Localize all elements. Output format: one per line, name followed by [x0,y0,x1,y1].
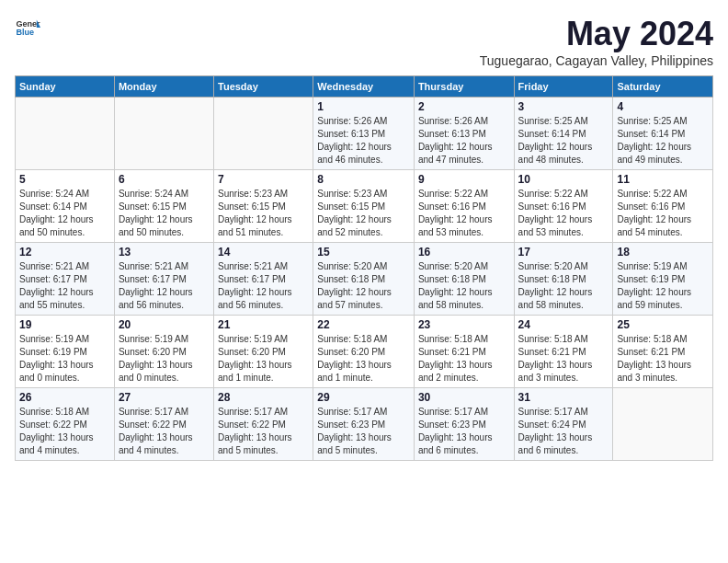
calendar-cell: 30Sunrise: 5:17 AM Sunset: 6:23 PM Dayli… [414,388,514,461]
day-info: Sunrise: 5:19 AM Sunset: 6:19 PM Dayligh… [19,333,110,385]
weekday-header: Sunday [16,76,115,98]
day-info: Sunrise: 5:21 AM Sunset: 6:17 PM Dayligh… [19,260,110,312]
day-info: Sunrise: 5:25 AM Sunset: 6:14 PM Dayligh… [617,115,709,167]
day-number: 8 [317,173,410,186]
day-info: Sunrise: 5:17 AM Sunset: 6:24 PM Dayligh… [518,406,609,457]
day-number: 30 [418,391,510,404]
day-info: Sunrise: 5:24 AM Sunset: 6:15 PM Dayligh… [119,188,210,239]
calendar-body: 1Sunrise: 5:26 AM Sunset: 6:13 PM Daylig… [16,98,713,461]
day-number: 26 [19,391,110,404]
day-info: Sunrise: 5:20 AM Sunset: 6:18 PM Dayligh… [317,260,410,312]
day-number: 21 [218,318,309,331]
day-number: 5 [19,173,110,186]
svg-text:Blue: Blue [16,28,34,37]
calendar-cell: 23Sunrise: 5:18 AM Sunset: 6:21 PM Dayli… [414,316,514,388]
day-number: 23 [418,318,510,331]
calendar-row: 1Sunrise: 5:26 AM Sunset: 6:13 PM Daylig… [16,98,713,170]
month-year: May 2024 [480,15,713,53]
calendar-cell: 27Sunrise: 5:17 AM Sunset: 6:22 PM Dayli… [114,388,213,461]
day-number: 2 [418,100,510,113]
day-number: 27 [119,391,210,404]
calendar-cell: 10Sunrise: 5:22 AM Sunset: 6:16 PM Dayli… [514,170,613,243]
calendar-cell: 11Sunrise: 5:22 AM Sunset: 6:16 PM Dayli… [613,170,713,243]
calendar-cell: 9Sunrise: 5:22 AM Sunset: 6:16 PM Daylig… [414,170,514,243]
calendar-cell: 22Sunrise: 5:18 AM Sunset: 6:20 PM Dayli… [313,316,415,388]
calendar-header: SundayMondayTuesdayWednesdayThursdayFrid… [16,76,713,98]
day-info: Sunrise: 5:17 AM Sunset: 6:22 PM Dayligh… [218,406,309,457]
calendar-row: 12Sunrise: 5:21 AM Sunset: 6:17 PM Dayli… [16,243,713,316]
day-number: 10 [518,173,609,186]
day-info: Sunrise: 5:19 AM Sunset: 6:20 PM Dayligh… [218,333,309,385]
day-number: 17 [518,246,609,259]
day-info: Sunrise: 5:25 AM Sunset: 6:14 PM Dayligh… [518,115,609,167]
calendar-cell: 2Sunrise: 5:26 AM Sunset: 6:13 PM Daylig… [414,98,514,170]
day-number: 18 [617,246,709,259]
day-info: Sunrise: 5:20 AM Sunset: 6:18 PM Dayligh… [418,260,510,312]
day-number: 11 [617,173,709,186]
calendar-cell: 31Sunrise: 5:17 AM Sunset: 6:24 PM Dayli… [514,388,613,461]
day-number: 13 [119,246,210,259]
calendar-cell [114,98,213,170]
day-info: Sunrise: 5:21 AM Sunset: 6:17 PM Dayligh… [218,260,309,312]
day-number: 9 [418,173,510,186]
day-info: Sunrise: 5:18 AM Sunset: 6:22 PM Dayligh… [19,406,110,457]
calendar-cell: 14Sunrise: 5:21 AM Sunset: 6:17 PM Dayli… [214,243,313,316]
weekday-header: Tuesday [214,76,313,98]
day-number: 15 [317,246,410,259]
day-number: 12 [19,246,110,259]
calendar-cell: 4Sunrise: 5:25 AM Sunset: 6:14 PM Daylig… [613,98,713,170]
calendar-table: SundayMondayTuesdayWednesdayThursdayFrid… [15,75,713,461]
day-number: 7 [218,173,309,186]
day-info: Sunrise: 5:18 AM Sunset: 6:20 PM Dayligh… [317,333,410,385]
day-info: Sunrise: 5:21 AM Sunset: 6:17 PM Dayligh… [119,260,210,312]
calendar-cell: 12Sunrise: 5:21 AM Sunset: 6:17 PM Dayli… [16,243,115,316]
calendar-cell: 21Sunrise: 5:19 AM Sunset: 6:20 PM Dayli… [214,316,313,388]
calendar-cell: 24Sunrise: 5:18 AM Sunset: 6:21 PM Dayli… [514,316,613,388]
calendar-row: 5Sunrise: 5:24 AM Sunset: 6:14 PM Daylig… [16,170,713,243]
day-info: Sunrise: 5:18 AM Sunset: 6:21 PM Dayligh… [418,333,510,385]
calendar-cell: 29Sunrise: 5:17 AM Sunset: 6:23 PM Dayli… [313,388,415,461]
day-info: Sunrise: 5:20 AM Sunset: 6:18 PM Dayligh… [518,260,609,312]
calendar-row: 26Sunrise: 5:18 AM Sunset: 6:22 PM Dayli… [16,388,713,461]
day-info: Sunrise: 5:26 AM Sunset: 6:13 PM Dayligh… [317,115,410,167]
calendar-cell: 8Sunrise: 5:23 AM Sunset: 6:15 PM Daylig… [313,170,415,243]
day-info: Sunrise: 5:17 AM Sunset: 6:22 PM Dayligh… [119,406,210,457]
day-number: 29 [317,391,410,404]
day-number: 1 [317,100,410,113]
calendar-cell [214,98,313,170]
day-number: 24 [518,318,609,331]
calendar-cell: 16Sunrise: 5:20 AM Sunset: 6:18 PM Dayli… [414,243,514,316]
weekday-header: Wednesday [313,76,415,98]
weekday-header: Saturday [613,76,713,98]
day-number: 22 [317,318,410,331]
weekday-header: Monday [114,76,213,98]
calendar-cell: 1Sunrise: 5:26 AM Sunset: 6:13 PM Daylig… [313,98,415,170]
day-info: Sunrise: 5:18 AM Sunset: 6:21 PM Dayligh… [617,333,709,385]
calendar-cell: 20Sunrise: 5:19 AM Sunset: 6:20 PM Dayli… [114,316,213,388]
calendar-cell: 15Sunrise: 5:20 AM Sunset: 6:18 PM Dayli… [313,243,415,316]
location: Tuguegarao, Cagayan Valley, Philippines [480,53,713,68]
calendar-cell: 26Sunrise: 5:18 AM Sunset: 6:22 PM Dayli… [16,388,115,461]
calendar-cell: 18Sunrise: 5:19 AM Sunset: 6:19 PM Dayli… [613,243,713,316]
day-info: Sunrise: 5:24 AM Sunset: 6:14 PM Dayligh… [19,188,110,239]
logo-icon: General Blue [15,15,40,40]
calendar-cell: 13Sunrise: 5:21 AM Sunset: 6:17 PM Dayli… [114,243,213,316]
weekday-header: Thursday [414,76,514,98]
calendar-row: 19Sunrise: 5:19 AM Sunset: 6:19 PM Dayli… [16,316,713,388]
day-number: 25 [617,318,709,331]
calendar-cell: 3Sunrise: 5:25 AM Sunset: 6:14 PM Daylig… [514,98,613,170]
day-number: 6 [119,173,210,186]
calendar-cell: 5Sunrise: 5:24 AM Sunset: 6:14 PM Daylig… [16,170,115,243]
page-header: General Blue May 2024 Tuguegarao, Cagaya… [15,15,713,68]
day-info: Sunrise: 5:23 AM Sunset: 6:15 PM Dayligh… [317,188,410,239]
calendar-cell: 6Sunrise: 5:24 AM Sunset: 6:15 PM Daylig… [114,170,213,243]
day-info: Sunrise: 5:19 AM Sunset: 6:20 PM Dayligh… [119,333,210,385]
day-info: Sunrise: 5:26 AM Sunset: 6:13 PM Dayligh… [418,115,510,167]
calendar-cell [613,388,713,461]
title-block: May 2024 Tuguegarao, Cagayan Valley, Phi… [480,15,713,68]
calendar-cell: 25Sunrise: 5:18 AM Sunset: 6:21 PM Dayli… [613,316,713,388]
calendar-cell [16,98,115,170]
day-info: Sunrise: 5:17 AM Sunset: 6:23 PM Dayligh… [317,406,410,457]
calendar-cell: 17Sunrise: 5:20 AM Sunset: 6:18 PM Dayli… [514,243,613,316]
logo: General Blue [15,15,40,40]
